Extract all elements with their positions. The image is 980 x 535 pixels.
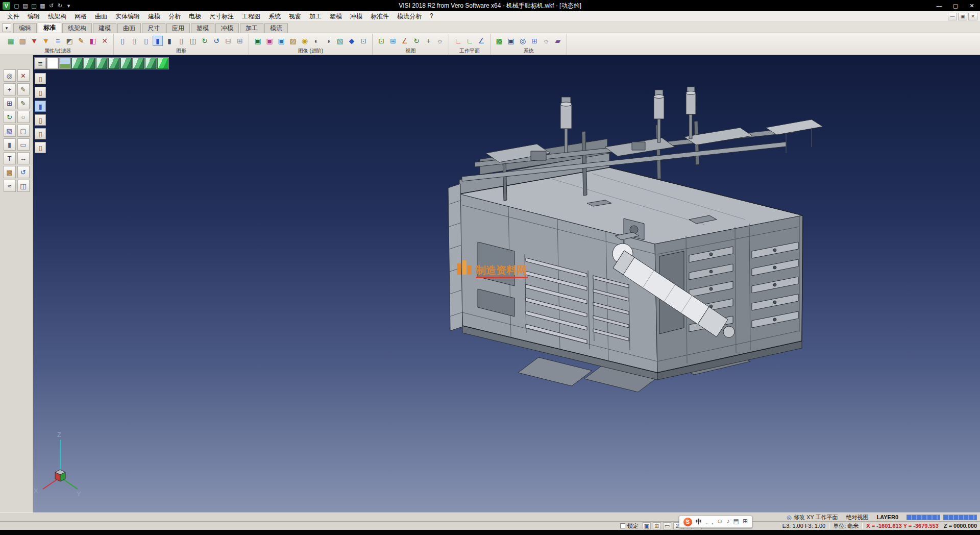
point-create-icon[interactable]: + bbox=[4, 83, 16, 95]
wireframe-display-icon[interactable]: ▯ bbox=[117, 36, 128, 46]
bottom-view-icon[interactable] bbox=[145, 58, 156, 69]
screen-capture-icon[interactable]: ▣ bbox=[506, 36, 516, 46]
delete-element-icon[interactable]: ✕ bbox=[17, 69, 30, 82]
close-button[interactable]: ✕ bbox=[964, 0, 980, 11]
print-preview-icon[interactable]: ▥ bbox=[17, 36, 28, 46]
new-file-icon[interactable]: ▢ bbox=[13, 2, 20, 10]
ribbon-tab[interactable]: 曲面 bbox=[117, 23, 141, 33]
shaded-display-icon[interactable]: ▮ bbox=[153, 36, 163, 46]
plane-indicator-icon[interactable]: ▭ bbox=[663, 522, 671, 529]
toolbar-options-icon[interactable]: ▾ bbox=[65, 2, 72, 10]
ime-punctuation-icon[interactable]: 。, bbox=[705, 518, 713, 526]
system-options-icon[interactable]: ☼ bbox=[541, 36, 551, 46]
section-display-icon[interactable]: ◫ bbox=[188, 36, 198, 46]
menu-item[interactable]: 视窗 bbox=[285, 11, 305, 22]
dynamic-rotation-icon[interactable]: ↻ bbox=[411, 36, 422, 46]
undo-history-icon[interactable]: ↺ bbox=[17, 166, 30, 178]
iso-view-icon[interactable] bbox=[71, 58, 83, 69]
attributes-table-icon[interactable]: ▦ bbox=[6, 36, 16, 46]
workplane-align-icon[interactable]: ∟ bbox=[464, 36, 475, 46]
view-filter-section-icon[interactable]: ▯ bbox=[35, 128, 46, 139]
plugin-icon[interactable]: ▰ bbox=[553, 36, 563, 46]
graphics-settings-icon[interactable]: ⊞ bbox=[235, 36, 245, 46]
left-view-icon[interactable] bbox=[120, 58, 132, 69]
solid-create-icon[interactable]: ▧ bbox=[4, 125, 16, 137]
prompt-toggle-icon[interactable]: ▣ bbox=[643, 522, 651, 529]
color-palette-icon[interactable]: ▩ bbox=[4, 166, 16, 178]
texture-map-icon[interactable]: ▨ bbox=[288, 36, 298, 46]
ribbon-tab[interactable]: 模流 bbox=[264, 23, 288, 33]
ribbon-tab[interactable]: 尺寸 bbox=[142, 23, 165, 33]
ribbon-tab[interactable]: 编辑 bbox=[13, 23, 37, 33]
top-view-icon[interactable] bbox=[84, 58, 95, 69]
workplane-xy-icon[interactable]: ∟ bbox=[453, 36, 463, 46]
ribbon-tab[interactable]: 冲模 bbox=[215, 23, 239, 33]
minimize-button[interactable]: — bbox=[931, 0, 947, 11]
transparency-icon[interactable]: ◆ bbox=[347, 36, 357, 46]
purge-icon[interactable]: ✕ bbox=[100, 36, 110, 46]
view-filter-all-icon[interactable]: ▯ bbox=[35, 73, 46, 84]
measure-icon[interactable]: ∠ bbox=[400, 36, 410, 46]
selection-mask-icon[interactable]: ◩ bbox=[64, 36, 75, 46]
view-list-icon[interactable] bbox=[35, 58, 46, 69]
menu-item[interactable]: 曲面 bbox=[91, 11, 111, 22]
mdi-close-button[interactable]: ✕ bbox=[968, 13, 977, 20]
menu-item[interactable]: 线架构 bbox=[44, 11, 70, 22]
menu-item[interactable]: 塑模 bbox=[326, 11, 346, 22]
view-capture-icon[interactable] bbox=[59, 58, 70, 69]
tab-dropdown-button[interactable]: ▾ bbox=[2, 23, 11, 32]
dynamic-render-icon[interactable]: ▣ bbox=[264, 36, 275, 46]
view-settings-icon[interactable]: ☼ bbox=[435, 36, 445, 46]
back-view-icon[interactable] bbox=[133, 58, 144, 69]
menu-item[interactable]: 系统 bbox=[264, 11, 285, 22]
background-color-icon[interactable]: ▧ bbox=[335, 36, 345, 46]
active-layer-label[interactable]: LAYER0 bbox=[877, 514, 898, 520]
quick-filter-icon[interactable]: ▼ bbox=[41, 36, 51, 46]
menu-item[interactable]: 标准件 bbox=[366, 11, 393, 22]
view-mode-label[interactable]: 绝对视图 bbox=[846, 514, 869, 521]
pan-view-icon[interactable]: + bbox=[423, 36, 433, 46]
front-view-icon[interactable] bbox=[96, 58, 107, 69]
polyline-icon[interactable]: ✎ bbox=[17, 97, 30, 109]
world-settings-icon[interactable]: ◎ bbox=[518, 36, 528, 46]
grid-settings-icon[interactable]: ⊞ bbox=[529, 36, 540, 46]
refresh-graphics-icon[interactable]: ↻ bbox=[200, 36, 210, 46]
menu-item[interactable]: 实体编辑 bbox=[111, 11, 144, 22]
ribbon-tab[interactable]: 建模 bbox=[93, 23, 116, 33]
save-model-icon[interactable]: ◫ bbox=[17, 180, 30, 192]
maximize-button[interactable]: ▢ bbox=[947, 0, 964, 11]
print-icon[interactable]: ▦ bbox=[39, 2, 46, 10]
element-filter-icon[interactable]: ▼ bbox=[29, 36, 39, 46]
mdi-minimize-button[interactable]: — bbox=[948, 13, 957, 20]
zoom-window-icon[interactable]: ⊡ bbox=[376, 36, 386, 46]
profile-icon[interactable]: ≈ bbox=[4, 180, 16, 192]
menu-item[interactable]: ? bbox=[426, 11, 437, 22]
menu-item[interactable]: 网格 bbox=[70, 11, 91, 22]
ribbon-tab[interactable]: 加工 bbox=[240, 23, 263, 33]
view-filter-shaded-icon[interactable]: ▮ bbox=[35, 101, 46, 112]
ime-keyboard-icon[interactable]: ▤ bbox=[733, 518, 739, 526]
ribbon-tab[interactable]: 塑模 bbox=[191, 23, 214, 33]
menu-item[interactable]: 加工 bbox=[305, 11, 326, 22]
menu-item[interactable]: 文件 bbox=[3, 11, 23, 22]
view-filter-hidden-icon[interactable]: ▯ bbox=[35, 114, 46, 126]
color-table-icon[interactable]: ▩ bbox=[494, 36, 504, 46]
static-render-icon[interactable]: ▣ bbox=[253, 36, 263, 46]
sketch-edit-icon[interactable]: ✎ bbox=[17, 83, 30, 95]
menu-item[interactable]: 建模 bbox=[144, 11, 164, 22]
text-create-icon[interactable]: T bbox=[4, 152, 16, 164]
single-view-icon[interactable] bbox=[47, 58, 58, 69]
rotate-element-icon[interactable]: ↻ bbox=[4, 111, 16, 123]
extrude-icon[interactable]: ▮ bbox=[4, 138, 16, 151]
shadow-toggle-icon[interactable]: ◐ bbox=[311, 36, 322, 46]
dimension-icon[interactable]: ↔ bbox=[17, 152, 30, 164]
lock-checkbox[interactable] bbox=[620, 523, 625, 528]
right-view-icon[interactable] bbox=[108, 58, 119, 69]
ribbon-tab[interactable]: 标准 bbox=[38, 22, 61, 33]
menu-item[interactable]: 分析 bbox=[164, 11, 185, 22]
material-editor-icon[interactable]: ▣ bbox=[276, 36, 286, 46]
graphics-database-icon[interactable]: ⊟ bbox=[223, 36, 233, 46]
open-file-icon[interactable]: ▤ bbox=[21, 2, 29, 10]
dynamic-view-icon[interactable] bbox=[157, 58, 168, 69]
ime-voice-icon[interactable]: ♪ bbox=[727, 518, 730, 526]
